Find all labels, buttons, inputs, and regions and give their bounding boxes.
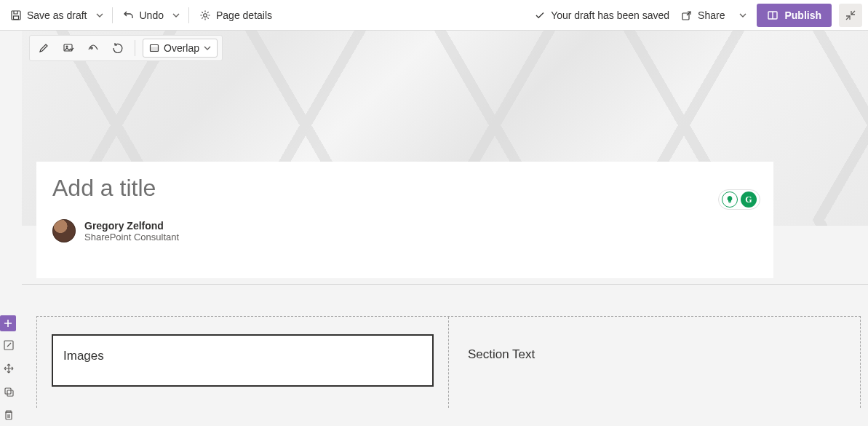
panel-icon <box>767 9 779 21</box>
lightbulb-icon <box>722 192 738 208</box>
divider <box>112 7 113 23</box>
save-draft-label: Save as draft <box>27 9 87 21</box>
share-chevron[interactable] <box>736 7 749 24</box>
collapse-icon <box>845 9 856 21</box>
section-divider <box>22 284 868 285</box>
edit-pencil-icon[interactable] <box>34 39 53 58</box>
webpart-title: Images <box>63 349 104 363</box>
section-column-right[interactable]: Section Text <box>448 317 860 408</box>
undo-chevron[interactable] <box>170 7 183 24</box>
share-button[interactable]: Share <box>677 7 729 24</box>
section-column-left[interactable]: Images <box>37 317 448 408</box>
page-details-button[interactable]: Page details <box>195 7 276 24</box>
divider <box>188 7 189 23</box>
svg-point-10 <box>66 46 68 47</box>
undo-button[interactable]: Undo <box>119 7 168 24</box>
webpart-section-text[interactable]: Section Text <box>463 334 845 362</box>
title-area: Add a title Gregory Zelfond SharePoint C… <box>36 162 773 278</box>
publish-label: Publish <box>784 9 821 21</box>
edit-section-icon[interactable] <box>1 338 16 352</box>
svg-rect-8 <box>6 412 12 419</box>
author-role: SharePoint Consultant <box>84 232 179 242</box>
image-edit-icon[interactable] <box>59 39 78 58</box>
check-icon <box>535 10 545 20</box>
command-bar: Save as draft Undo Page <box>0 0 868 31</box>
duplicate-section-icon[interactable] <box>1 384 16 399</box>
publish-button[interactable]: Publish <box>757 4 832 27</box>
chevron-down-icon <box>204 44 211 52</box>
author-row: Gregory Zelfond SharePoint Consultant <box>52 219 753 242</box>
page-details-label: Page details <box>216 9 272 21</box>
undo-icon <box>123 9 135 21</box>
collapse-button[interactable] <box>839 4 862 27</box>
svg-point-11 <box>91 47 92 49</box>
toolbar-divider <box>135 40 135 56</box>
undo-label: Undo <box>140 9 164 21</box>
section-rail <box>0 31 22 426</box>
grammarly-widget[interactable]: G <box>718 189 760 210</box>
header-layout-dropdown[interactable]: Overlap <box>143 39 218 58</box>
gear-icon <box>199 9 211 21</box>
page-section: Images Section Text <box>36 316 861 408</box>
grammarly-badge: G <box>741 192 757 208</box>
layout-icon <box>149 43 159 53</box>
save-status: Your draft has been saved <box>535 9 669 21</box>
page-canvas: Overlap Add a title Gregory Zelfond Shar… <box>0 31 868 426</box>
page-title-input[interactable]: Add a title <box>52 175 753 202</box>
share-icon <box>681 9 693 21</box>
svg-point-2 <box>204 13 207 17</box>
svg-rect-1 <box>14 16 19 20</box>
delete-section-icon[interactable] <box>1 408 16 422</box>
webpart-title: Section Text <box>468 347 535 361</box>
author-name: Gregory Zelfond <box>84 220 179 232</box>
avatar[interactable] <box>52 219 76 242</box>
svg-rect-7 <box>7 390 13 396</box>
header-layout-label: Overlap <box>164 42 199 54</box>
focal-point-icon[interactable] <box>84 39 103 58</box>
add-section-button[interactable] <box>0 315 16 331</box>
header-toolbar: Overlap <box>29 35 223 61</box>
save-draft-button[interactable]: Save as draft <box>6 7 92 24</box>
svg-rect-13 <box>151 47 159 52</box>
save-status-text: Your draft has been saved <box>551 9 669 21</box>
save-icon <box>10 9 22 21</box>
save-draft-chevron[interactable] <box>93 7 106 24</box>
webpart-images[interactable]: Images <box>52 334 434 387</box>
reset-icon[interactable] <box>108 39 127 58</box>
svg-rect-0 <box>12 11 20 20</box>
move-section-icon[interactable] <box>1 361 16 376</box>
share-label: Share <box>698 9 725 21</box>
svg-rect-6 <box>5 388 11 394</box>
